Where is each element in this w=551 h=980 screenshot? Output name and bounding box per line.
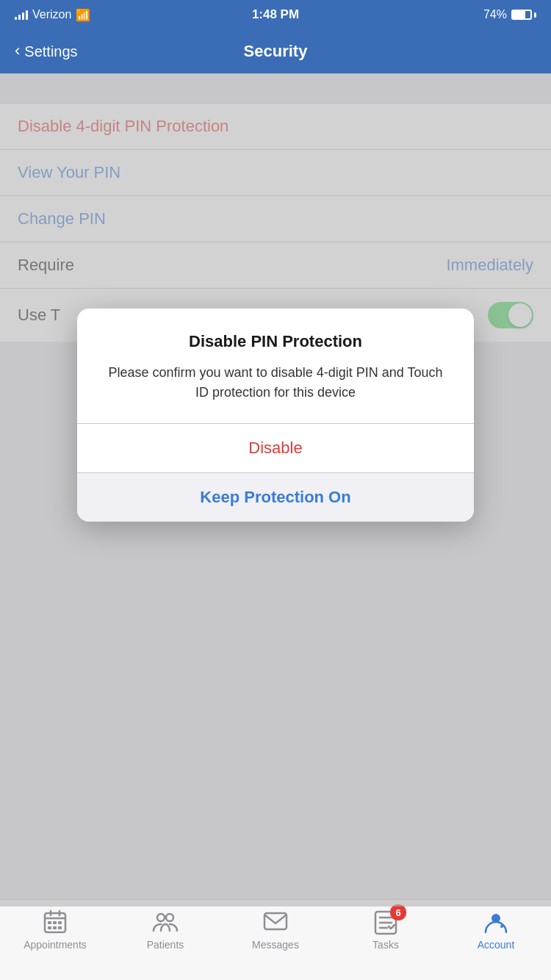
modal-title: Disable PIN Protection <box>101 332 450 351</box>
page-title: Security <box>244 42 308 61</box>
battery-percentage: 74% <box>483 8 507 21</box>
modal-overlay: Disable PIN Protection Please confirm yo… <box>0 73 551 907</box>
disable-pin-modal: Disable PIN Protection Please confirm yo… <box>77 309 474 522</box>
patients-icon <box>152 909 179 935</box>
status-left: Verizon 📶 <box>15 8 90 22</box>
back-chevron-icon: ‹ <box>15 41 20 60</box>
messages-tab-label: Messages <box>252 939 299 951</box>
patients-tab-label: Patients <box>147 939 184 951</box>
status-time: 1:48 PM <box>252 7 299 22</box>
tab-patients[interactable]: Patients <box>114 909 217 951</box>
wifi-icon: 📶 <box>76 8 90 22</box>
svg-rect-7 <box>48 926 51 929</box>
tasks-icon: 6 <box>372 909 399 935</box>
svg-rect-4 <box>48 921 51 924</box>
svg-rect-9 <box>58 926 62 929</box>
svg-rect-6 <box>58 921 62 924</box>
tab-tasks[interactable]: 6 Tasks <box>334 909 437 951</box>
tab-bar: Appointments Patients Messages <box>0 899 551 980</box>
messages-icon <box>262 909 289 935</box>
back-button[interactable]: ‹ Settings <box>15 43 78 60</box>
svg-rect-5 <box>53 921 57 924</box>
modal-message: Please confirm you want to disable 4-dig… <box>101 363 450 403</box>
battery-icon <box>511 10 536 20</box>
carrier-label: Verizon <box>32 8 71 21</box>
modal-body: Disable PIN Protection Please confirm yo… <box>77 309 474 403</box>
svg-rect-8 <box>53 926 57 929</box>
back-label: Settings <box>24 43 77 60</box>
tasks-tab-label: Tasks <box>372 939 399 951</box>
tasks-badge: 6 <box>390 904 406 920</box>
svg-point-18 <box>500 925 503 928</box>
svg-point-10 <box>157 914 165 921</box>
disable-button[interactable]: Disable <box>77 424 474 472</box>
status-right: 74% <box>483 8 536 21</box>
keep-protection-button[interactable]: Keep Protection On <box>77 473 474 522</box>
account-icon <box>483 909 509 935</box>
signal-bars-icon <box>15 10 28 20</box>
nav-bar: ‹ Settings Security <box>0 29 551 73</box>
svg-point-11 <box>166 914 173 921</box>
svg-rect-12 <box>264 913 287 929</box>
status-bar: Verizon 📶 1:48 PM 74% <box>0 0 551 29</box>
appointments-tab-label: Appointments <box>24 939 87 951</box>
tab-account[interactable]: Account <box>444 909 547 951</box>
tab-messages[interactable]: Messages <box>224 909 327 951</box>
tab-appointments[interactable]: Appointments <box>4 909 107 951</box>
appointments-icon <box>42 909 68 935</box>
content-area: Disable 4-digit PIN Protection View Your… <box>0 73 551 907</box>
account-tab-label: Account <box>478 939 515 951</box>
